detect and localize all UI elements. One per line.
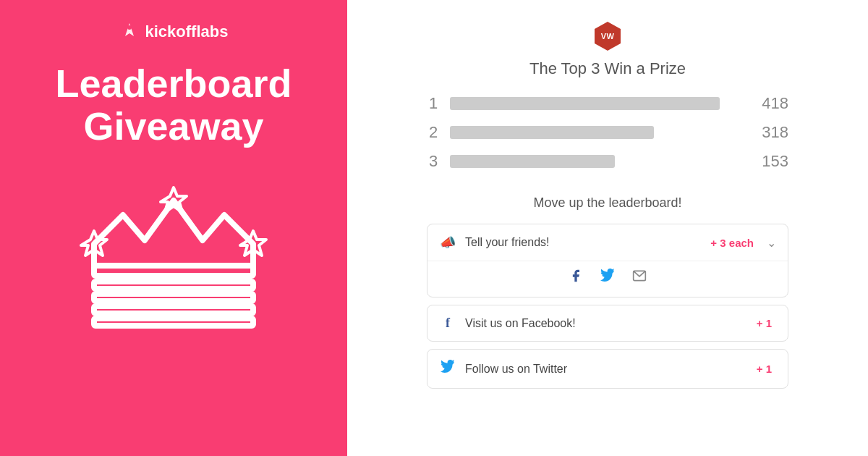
leaderboard-row: 3 153: [427, 152, 788, 171]
logo-text: kickofflabs: [145, 22, 229, 41]
lb-rank: 1: [427, 94, 440, 113]
lb-score: 318: [760, 123, 788, 142]
crown-illustration: [51, 172, 297, 341]
action-points: + 1: [757, 317, 772, 329]
action-cards: 📣 Tell your friends! + 3 each ⌄: [427, 224, 788, 389]
right-panel: VW The Top 3 Win a Prize 1 418 2 318 3 1…: [347, 0, 868, 456]
leaderboard-row: 1 418: [427, 94, 788, 113]
headline: Leaderboard Giveaway: [55, 62, 292, 148]
contest-title: The Top 3 Win a Prize: [529, 59, 686, 78]
lb-score: 418: [760, 94, 788, 113]
svg-rect-9: [94, 318, 253, 326]
move-up-text: Move up the leaderboard!: [533, 195, 681, 211]
lb-rank: 2: [427, 123, 440, 142]
lb-bar-wrap: [450, 126, 749, 139]
leaderboard: 1 418 2 318 3 153: [427, 94, 788, 181]
lb-rank: 3: [427, 152, 440, 171]
action-label: Visit us on Facebook!: [465, 317, 748, 330]
facebook-share-icon[interactable]: [569, 269, 583, 287]
action-points: + 1: [757, 363, 772, 375]
action-card-follow-twitter[interactable]: Follow us on Twitter + 1: [427, 349, 788, 389]
leaderboard-row: 2 318: [427, 123, 788, 142]
svg-rect-5: [94, 266, 253, 276]
svg-point-1: [127, 25, 132, 30]
logo: kickofflabs: [119, 22, 229, 42]
action-label: Follow us on Twitter: [465, 363, 748, 376]
twitter-icon: [439, 360, 456, 378]
hex-badge: VW: [592, 20, 624, 52]
rocket-icon: [119, 22, 140, 42]
chevron-down-icon: ⌄: [767, 236, 776, 250]
lb-bar-wrap: [450, 97, 749, 110]
svg-rect-7: [94, 294, 253, 301]
action-card-main[interactable]: Follow us on Twitter + 1: [427, 350, 788, 388]
share-row: [427, 261, 788, 297]
email-share-icon[interactable]: [632, 269, 647, 287]
lb-bar: [450, 126, 654, 139]
action-card-tell-friends[interactable]: 📣 Tell your friends! + 3 each ⌄: [427, 224, 788, 297]
action-card-visit-facebook[interactable]: f Visit us on Facebook! + 1: [427, 305, 788, 342]
lb-bar: [450, 97, 720, 110]
megaphone-icon: 📣: [439, 235, 456, 250]
lb-score: 153: [760, 152, 788, 171]
facebook-icon: f: [439, 316, 456, 331]
svg-rect-8: [94, 306, 253, 313]
lb-bar-wrap: [450, 155, 749, 168]
left-panel: kickofflabs Leaderboard Giveaway: [0, 0, 347, 456]
badge-label: VW: [601, 32, 615, 41]
action-points: + 3 each: [710, 237, 754, 249]
action-card-main[interactable]: 📣 Tell your friends! + 3 each ⌄: [427, 224, 788, 261]
action-label: Tell your friends!: [465, 236, 702, 249]
svg-rect-6: [94, 282, 253, 289]
lb-bar: [450, 155, 615, 168]
action-card-main[interactable]: f Visit us on Facebook! + 1: [427, 305, 788, 341]
twitter-share-icon[interactable]: [600, 269, 615, 287]
